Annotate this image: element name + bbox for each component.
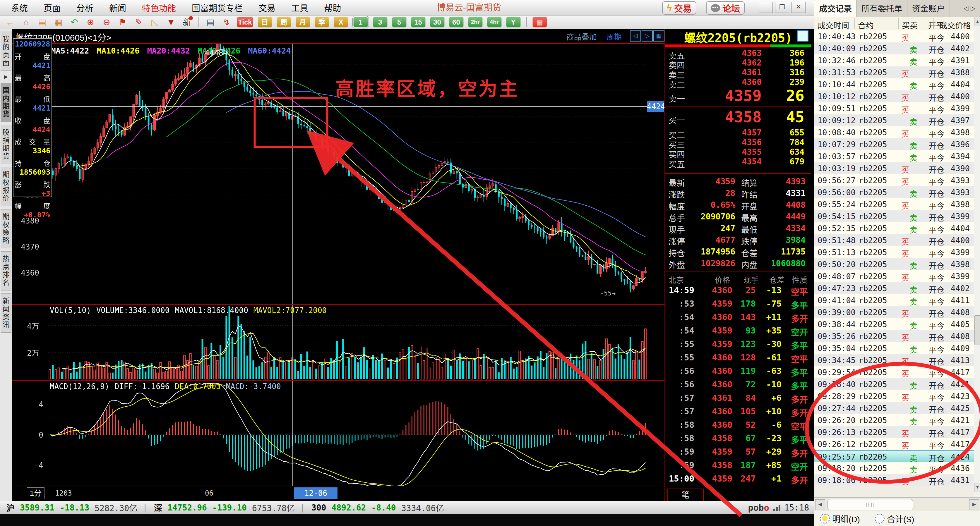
- menu-item-交易[interactable]: 交易: [251, 2, 283, 14]
- scroll-right-icon[interactable]: ▶: [969, 499, 979, 510]
- period-button-3[interactable]: 3: [373, 17, 388, 27]
- column-header-合约[interactable]: 合约: [858, 19, 874, 31]
- column-header-买卖[interactable]: 买卖: [902, 19, 918, 31]
- hscrollbar-thumb[interactable]: |||||: [827, 499, 913, 510]
- menu-item-工具[interactable]: 工具: [283, 2, 316, 14]
- table-row[interactable]: 09:26:12rb2205买平今4417: [814, 438, 974, 450]
- minimize-button[interactable]: ─: [759, 2, 773, 13]
- menu-item-页面[interactable]: 页面: [36, 2, 68, 14]
- period-button-季[interactable]: 季: [315, 17, 329, 27]
- period-button-1[interactable]: 1: [353, 17, 368, 27]
- sidebar-item-国内期货[interactable]: 国内期货: [1, 83, 11, 122]
- column-header-成交时间[interactable]: 成交时间: [818, 19, 849, 31]
- orders-horizontal-scrollbar[interactable]: ◀ ||||| ▶: [814, 497, 980, 511]
- table-row[interactable]: 10:08:40rb2205买平今4398: [814, 126, 974, 138]
- table-row[interactable]: 09:51:48rb2205买开仓4400: [814, 234, 974, 246]
- table-row[interactable]: 09:27:44rb2205卖开仓4425: [814, 402, 974, 414]
- notes-icon[interactable]: ▤: [36, 17, 48, 28]
- period-button-周[interactable]: 周: [277, 17, 291, 27]
- sidebar-item-期权策略[interactable]: 期权策略: [1, 209, 11, 248]
- calendar-icon[interactable]: ▦: [52, 17, 64, 28]
- depth-row-买四[interactable]: 买四4355634: [665, 147, 811, 157]
- table-row[interactable]: 09:55:24rb2205买平今4398: [814, 199, 974, 210]
- table-row[interactable]: 10:07:29rb2205卖开仓4396: [814, 138, 974, 150]
- table-row[interactable]: 09:54:15rb2205卖开仓4399: [814, 210, 974, 222]
- depth-row-卖四[interactable]: 卖四4362196: [665, 58, 811, 68]
- table-row[interactable]: 09:51:13rb2205买平今4399: [814, 246, 974, 258]
- kline-canvas[interactable]: [12, 44, 665, 486]
- depth-row-买一[interactable]: 买一435845: [665, 108, 811, 127]
- depth-row-卖三[interactable]: 卖三4361316: [665, 68, 811, 77]
- prev-page-icon[interactable]: ◁: [630, 30, 641, 41]
- depth-row-买三[interactable]: 买三4356784: [665, 138, 811, 147]
- menu-item-系统[interactable]: 系统: [3, 2, 36, 14]
- ruler-icon[interactable]: ◺: [149, 17, 161, 28]
- period-button-5[interactable]: 5: [392, 17, 407, 27]
- table-row[interactable]: 10:09:51rb2205买平今4399: [814, 102, 974, 114]
- zoom-out-icon[interactable]: ⊖: [101, 17, 112, 28]
- depth-row-卖一[interactable]: 卖一435926: [665, 87, 811, 106]
- menu-item-分析[interactable]: 分析: [68, 2, 101, 14]
- table-row[interactable]: 09:25:57rb2205卖开仓4424: [814, 450, 974, 463]
- period-button-2hr[interactable]: 2hr: [468, 17, 483, 27]
- table-row[interactable]: 09:41:04rb2205卖平今4411: [814, 294, 974, 306]
- trade-button[interactable]: ϟ 交易: [662, 1, 696, 14]
- table-row[interactable]: 10:03:19rb2205买开仓4390: [814, 162, 974, 174]
- table-row[interactable]: 10:40:09rb2205卖开仓4402: [814, 43, 974, 54]
- table-row[interactable]: 09:18:06rb2205买开仓4431: [814, 474, 974, 486]
- sidebar-item-新闻资讯[interactable]: 新闻资讯: [1, 293, 11, 333]
- tick-tab[interactable]: 笔: [667, 489, 704, 501]
- orders-vertical-scrollbar[interactable]: ▲ ▼: [974, 17, 980, 497]
- table-row[interactable]: 09:48:07rb2205买平今4399: [814, 270, 974, 282]
- table-row[interactable]: 10:10:44rb2205卖平今4404: [814, 78, 974, 91]
- table-row[interactable]: 09:35:26rb2205买开仓4408: [814, 330, 974, 342]
- table-row[interactable]: 09:34:45rb2205买开仓4413: [814, 354, 974, 366]
- period-button-月[interactable]: 月: [296, 17, 310, 27]
- detail-radio[interactable]: 明细(D): [820, 513, 860, 524]
- column-header-成交价格[interactable]: 成交价格: [939, 19, 971, 31]
- table-row[interactable]: 09:50:20rb2205卖开仓4398: [814, 258, 974, 270]
- menu-item-国富期货专栏[interactable]: 国富期货专栏: [184, 2, 251, 14]
- table-row[interactable]: 09:52:35rb2205卖平今4404: [814, 222, 974, 234]
- undo-icon[interactable]: ↶: [68, 17, 80, 28]
- menu-item-新闻[interactable]: 新闻: [101, 2, 134, 14]
- table-row[interactable]: 10:09:12rb2205卖开仓4397: [814, 114, 974, 126]
- tab-scroll-arrows[interactable]: ◁▷: [963, 5, 978, 12]
- table-row[interactable]: 09:29:54rb2205买平今4417: [814, 366, 974, 378]
- pencil-icon[interactable]: ✎: [133, 17, 145, 28]
- tab-成交记录[interactable]: 成交记录: [814, 0, 857, 17]
- close-button[interactable]: ✕: [791, 2, 805, 13]
- period-button-60[interactable]: 60: [449, 17, 464, 27]
- table-row[interactable]: 09:39:00rb2205买开仓4408: [814, 306, 974, 318]
- table-row[interactable]: 09:28:29rb2205买平今4423: [814, 390, 974, 402]
- period-button-Y[interactable]: Y: [506, 17, 521, 27]
- period-button-X[interactable]: X: [334, 17, 348, 27]
- period-tab[interactable]: 1分: [27, 487, 45, 499]
- zoom-in-icon[interactable]: ⊕: [84, 17, 96, 28]
- scroll-left-icon[interactable]: ◀: [815, 499, 825, 510]
- period-link[interactable]: 周期: [606, 31, 622, 42]
- maximize-button[interactable]: ❐: [775, 2, 789, 13]
- report-icon[interactable]: ▤: [205, 17, 216, 28]
- new-feature-icon[interactable]: 新: [181, 17, 193, 28]
- table-row[interactable]: 09:26:13rb2205买开仓4417: [814, 426, 974, 438]
- quote-popup-icon[interactable]: [797, 30, 808, 41]
- table-row[interactable]: 09:28:40rb2205卖开仓4421: [814, 378, 974, 390]
- forum-button[interactable]: ••• 论坛: [706, 1, 745, 14]
- layout-icon[interactable]: ▦: [653, 30, 665, 41]
- depth-row-卖五[interactable]: 卖五4363366: [665, 48, 811, 58]
- period-button-4hr[interactable]: 4hr: [487, 17, 502, 27]
- filter-icon[interactable]: ▼: [165, 17, 177, 28]
- flag-icon[interactable]: ⚑: [117, 17, 129, 28]
- overlay-link[interactable]: 商品叠加: [566, 31, 597, 42]
- table-row[interactable]: 09:35:04rb2205卖平今4409: [814, 342, 974, 354]
- table-row[interactable]: 09:47:23rb2205卖开仓4402: [814, 282, 974, 294]
- tab-资金账户[interactable]: 资金账户: [907, 0, 950, 17]
- table-row[interactable]: 10:10:12rb2205买开仓4400: [814, 91, 974, 102]
- scrollbar-thumb[interactable]: [974, 315, 980, 345]
- table-row[interactable]: 10:32:46rb2205卖平今4391: [814, 54, 974, 67]
- sidebar-item-我的页面[interactable]: 我的页面: [1, 32, 11, 71]
- depth-row-卖二[interactable]: 卖二4360239: [665, 77, 811, 87]
- table-row[interactable]: 10:31:53rb2205买开仓4388: [814, 67, 974, 78]
- menu-item-帮助[interactable]: 帮助: [316, 2, 349, 14]
